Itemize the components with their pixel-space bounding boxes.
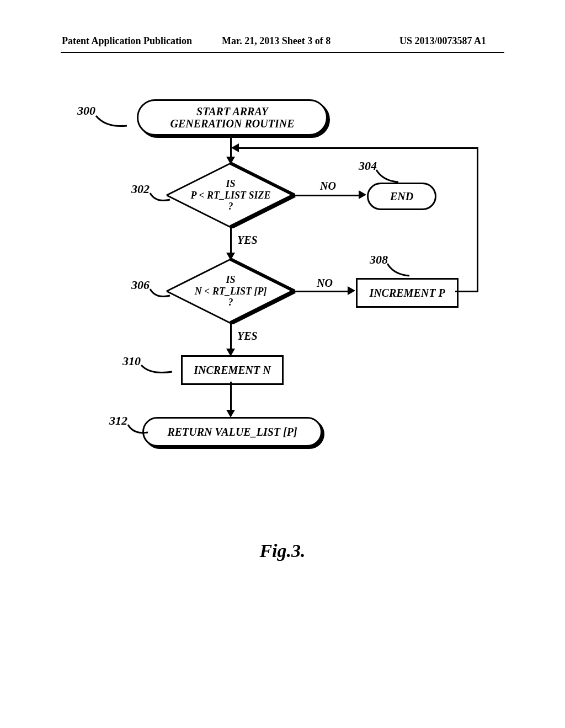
ref-308: 308 <box>370 253 388 267</box>
terminator-return-label: RETURN VALUE_LIST [P] <box>167 426 297 438</box>
ref-302-hook <box>149 192 171 205</box>
process-308-label: INCREMENT P <box>369 287 445 299</box>
decision-306-label: IS N < RT_LIST [P] ? <box>166 258 296 324</box>
terminator-end-label: END <box>390 190 413 202</box>
ref-304: 304 <box>359 159 377 173</box>
header-rule <box>61 52 504 53</box>
ref-304-hook <box>375 169 399 184</box>
page-header: Patent Application Publication Mar. 21, … <box>0 35 565 52</box>
ref-312: 312 <box>109 414 127 428</box>
arrow-down-icon-4 <box>226 410 235 417</box>
terminator-return: RETURN VALUE_LIST [P] <box>142 417 322 447</box>
edge-306-yes <box>230 323 232 351</box>
process-310: INCREMENT N <box>181 355 284 385</box>
header-right: US 2013/0073587 A1 <box>399 35 486 47</box>
ref-300-hook <box>95 115 128 131</box>
edge-302-yes-label: YES <box>237 234 258 247</box>
decision-302: IS P < RT_LIST SIZE ? <box>166 162 296 228</box>
edge-loop-h2 <box>238 147 478 149</box>
edge-302-yes <box>230 227 232 255</box>
arrow-right-icon <box>359 190 366 199</box>
process-308: INCREMENT P <box>356 278 459 308</box>
edge-306-no <box>295 291 350 292</box>
edge-loop-v <box>477 147 478 292</box>
patent-page: Patent Application Publication Mar. 21, … <box>0 0 565 728</box>
ref-300: 300 <box>77 104 95 118</box>
edge-306-yes-label: YES <box>237 330 258 342</box>
process-310-label: INCREMENT N <box>194 364 270 377</box>
terminator-start: START ARRAY GENERATION ROUTINE <box>137 99 328 136</box>
ref-306-hook <box>149 288 171 301</box>
merge-arrow-icon <box>231 143 239 152</box>
decision-306: IS N < RT_LIST [P] ? <box>166 258 296 324</box>
ref-310: 310 <box>122 354 141 368</box>
ref-306: 306 <box>131 278 150 292</box>
header-left: Patent Application Publication <box>62 35 192 47</box>
edge-306-no-label: NO <box>317 277 333 290</box>
ref-302: 302 <box>131 182 150 196</box>
edge-302-no-label: NO <box>320 180 336 192</box>
arrow-right-icon-2 <box>348 286 355 295</box>
edge-302-no <box>295 195 361 196</box>
ref-308-hook <box>386 263 411 278</box>
figure-caption: Fig.3. <box>0 540 565 561</box>
decision-302-label: IS P < RT_LIST SIZE ? <box>166 162 296 228</box>
header-center: Mar. 21, 2013 Sheet 3 of 8 <box>222 35 331 47</box>
ref-312-hook <box>127 424 149 437</box>
ref-310-hook <box>140 364 173 377</box>
flowchart: 300 START ARRAY GENERATION ROUTINE IS P … <box>61 99 504 485</box>
terminator-start-label: START ARRAY GENERATION ROUTINE <box>170 105 294 130</box>
edge-loop-h1 <box>455 291 478 292</box>
terminator-end: END <box>367 183 436 210</box>
edge-310-to-312 <box>230 382 232 412</box>
